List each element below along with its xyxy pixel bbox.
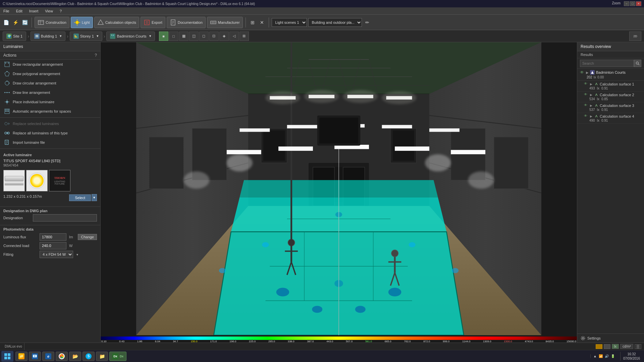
manufacturer-button[interactable]: Manufacturer xyxy=(207,17,243,28)
toolbar-icon-2[interactable]: ⚡ xyxy=(11,18,19,26)
view-btn-split[interactable]: ◫ xyxy=(189,32,199,41)
action-draw-rect[interactable]: Draw rectangular arrangement xyxy=(0,60,100,69)
visibility-toggle-calc2[interactable]: 👁 xyxy=(584,93,589,97)
documentation-button[interactable]: Documentation xyxy=(167,17,206,28)
site-nav-item[interactable]: 🌍 Site 1 xyxy=(3,32,26,41)
view-btn-solid[interactable]: ■ xyxy=(159,32,168,41)
taskbar-app-dialux[interactable]: Dx Dx xyxy=(109,352,126,361)
action-replace-all[interactable]: Replace all luminaires of this type xyxy=(0,128,100,138)
maximize-button[interactable]: □ xyxy=(630,1,635,6)
svg-point-43 xyxy=(8,111,9,112)
toolbar-icon-4[interactable]: ⊞ xyxy=(249,18,257,26)
menu-file[interactable]: File xyxy=(2,8,11,14)
view-btn-wire[interactable]: □ xyxy=(169,32,178,41)
toolbar-icon-3[interactable]: 🔄 xyxy=(21,18,29,26)
export-button[interactable]: Export xyxy=(141,17,165,28)
change-button[interactable]: Change xyxy=(78,234,97,240)
taskbar-app-explorer[interactable]: 📁 xyxy=(15,352,28,361)
lx-unit-button[interactable]: lx xyxy=(612,344,619,349)
luminous-flux-input[interactable] xyxy=(40,233,66,241)
cdm2-unit-button[interactable]: cd/m² xyxy=(620,344,633,349)
svg-rect-78 xyxy=(149,137,183,189)
menu-help[interactable]: ? xyxy=(58,8,63,14)
taskbar-app-folder[interactable]: 📂 xyxy=(69,352,81,361)
result-sub-item-calc2[interactable]: 👁 ▶ Calculation surface 2 534 lx 0.85 xyxy=(577,92,644,102)
clock[interactable]: 16:32 07/09/2016 xyxy=(620,352,643,361)
taskbar-app-ie[interactable]: e xyxy=(42,352,54,361)
svg-point-97 xyxy=(388,288,401,297)
action-import-file[interactable]: Import luminaire file xyxy=(0,138,100,147)
minimize-button[interactable]: – xyxy=(624,1,629,6)
storey-nav-item[interactable]: 📐 Storey 1 xyxy=(70,32,102,41)
close-button[interactable]: ✕ xyxy=(636,1,641,6)
room-nav-item[interactable]: 🏸 Badminton Courts xyxy=(106,32,155,41)
scale-val-21: 1309.0 xyxy=(483,340,491,343)
building-nav-label: Building 1 xyxy=(41,34,57,38)
settings-icon xyxy=(581,336,585,341)
designation-input[interactable] xyxy=(33,214,97,222)
view-btn-fit[interactable]: ⊞ xyxy=(239,32,249,41)
result-item-badminton-courts[interactable]: 👁 ▶ Badminton Courts 202 lx 0.00 xyxy=(577,69,644,81)
calc3-lx-unit: lx xyxy=(597,108,599,112)
system-tray: ▲ 📶 🔊 🔋 xyxy=(590,354,618,358)
expand-icon-calc2[interactable]: ▶ xyxy=(590,93,592,97)
svg-point-134 xyxy=(266,92,300,105)
view-btn-6[interactable]: ⊡ xyxy=(209,32,219,41)
action-draw-line[interactable]: Draw line arrangement xyxy=(0,88,100,97)
action-auto-arrange[interactable]: Automatic arrangements for spaces xyxy=(0,107,100,116)
menu-view[interactable]: View xyxy=(44,8,54,14)
start-button[interactable] xyxy=(1,351,13,362)
taskbar-app-outlook[interactable]: 📧 xyxy=(29,352,41,361)
taskbar-app-files[interactable]: 📁 xyxy=(96,352,108,361)
select-button[interactable]: Select xyxy=(69,194,91,201)
calculation-objects-button[interactable]: Calculation objects xyxy=(94,17,139,28)
expand-icon-calc1[interactable]: ▶ xyxy=(590,82,592,86)
visibility-toggle-calc3[interactable]: 👁 xyxy=(584,103,589,108)
select-dropdown-button[interactable]: ▾ xyxy=(92,194,97,201)
toolbar-icon-6[interactable]: ✏ xyxy=(363,18,371,26)
network-icon[interactable]: 📶 xyxy=(599,354,603,358)
viewport[interactable]: 0.10 0.43 1.86 6.04 34.7 150.0 171.0 196… xyxy=(101,42,577,343)
building-outdoor-select[interactable]: Building and outdoor pla... xyxy=(308,18,362,27)
connected-load-input[interactable] xyxy=(40,242,66,249)
results-search-input[interactable] xyxy=(580,60,634,67)
construction-button[interactable]: Construction xyxy=(35,17,69,28)
settings-button[interactable]: Settings xyxy=(577,334,644,343)
expand-icon-calc3[interactable]: ▶ xyxy=(590,104,592,107)
view-btn-7[interactable]: ◈ xyxy=(219,32,229,41)
action-place-individual[interactable]: Place individual luminaire xyxy=(0,97,100,107)
toolbar-icon-1[interactable]: 📄 xyxy=(2,18,10,26)
view-btn-grid[interactable]: ▦ xyxy=(179,32,189,41)
building-nav-item[interactable]: 🏢 Building 1 xyxy=(31,32,65,41)
light-scenes-select[interactable]: Light scenes 1 xyxy=(272,18,307,27)
scale-toggle[interactable] xyxy=(635,344,641,349)
draw-line-icon xyxy=(4,89,10,96)
visibility-toggle-badminton[interactable]: 👁 xyxy=(580,70,585,75)
menu-edit[interactable]: Edit xyxy=(15,8,24,14)
view-2d-toggle[interactable]: 2D xyxy=(629,32,641,41)
action-draw-poly[interactable]: Draw polygonal arrangement xyxy=(0,69,100,78)
visibility-toggle-calc4[interactable]: 👁 xyxy=(584,114,589,119)
light-button[interactable]: Light xyxy=(71,17,93,28)
action-draw-circle[interactable]: Draw circular arrangement xyxy=(0,78,100,88)
toolbar-icon-5[interactable]: ✕ xyxy=(258,18,266,26)
result-sub-item-calc3[interactable]: 👁 ▶ Calculation surface 3 537 lx 0.91 xyxy=(577,102,644,113)
menu-insert[interactable]: Insert xyxy=(28,8,40,14)
expand-icon-calc4[interactable]: ▶ xyxy=(590,115,592,118)
view-btn-5[interactable]: ◻ xyxy=(199,32,209,41)
battery-icon[interactable]: 🔋 xyxy=(611,354,615,358)
svg-point-27 xyxy=(9,83,10,84)
site-nav-label: Site 1 xyxy=(13,34,22,38)
volume-icon[interactable]: 🔊 xyxy=(605,354,609,358)
taskbar-app-skype[interactable]: S xyxy=(83,352,95,361)
fitting-select[interactable]: 4 x FDH 54 W xyxy=(40,251,73,258)
taskbar-app-chrome[interactable] xyxy=(56,352,68,361)
visibility-toggle-calc1[interactable]: 👁 xyxy=(584,82,589,86)
expand-icon-badminton[interactable]: ▶ xyxy=(586,71,589,74)
search-button[interactable] xyxy=(634,60,641,67)
actions-help-icon[interactable]: ? xyxy=(95,53,97,58)
result-sub-item-calc1[interactable]: 👁 ▶ Calculation surface 1 493 lx 0.91 xyxy=(577,81,644,92)
tray-icon-1[interactable]: ▲ xyxy=(593,354,597,358)
result-sub-item-calc4[interactable]: 👁 ▶ Calculation surface 4 490 lx 0.91 xyxy=(577,113,644,124)
view-btn-arrow-left[interactable]: ◁ xyxy=(229,32,239,41)
